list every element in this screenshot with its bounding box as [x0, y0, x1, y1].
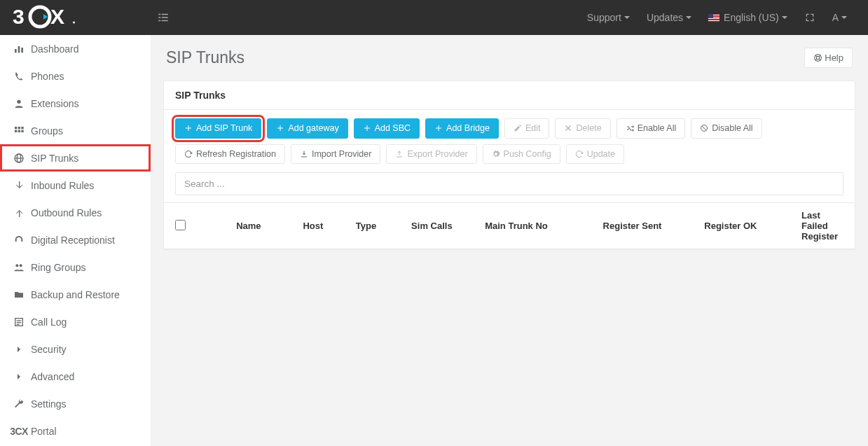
svg-rect-9	[158, 20, 160, 22]
sidebar-item-portal[interactable]: 3CXPortal	[0, 417, 151, 445]
chevron-right-icon	[7, 344, 31, 355]
sidebar-item-label: Outbound Rules	[31, 207, 102, 218]
wrench-icon	[7, 398, 31, 410]
arrow-down-icon	[7, 180, 31, 191]
col-type[interactable]: Type	[350, 221, 406, 231]
select-all-cell	[175, 220, 230, 232]
button-label: Refresh Registration	[196, 150, 276, 159]
svg-rect-20	[21, 130, 23, 132]
sidebar-item-dashboard[interactable]: Dashboard	[0, 35, 151, 62]
search-input[interactable]	[175, 172, 843, 195]
sidebar-item-label: Ring Groups	[31, 262, 86, 273]
svg-line-33	[819, 59, 820, 60]
col-main-trunk-no[interactable]: Main Trunk No	[479, 221, 597, 231]
button-label: Disable All	[712, 124, 752, 133]
gear-icon	[492, 150, 500, 158]
refresh-registration-button[interactable]: Refresh Registration	[175, 144, 285, 165]
help-button[interactable]: Help	[804, 48, 853, 68]
svg-rect-10	[162, 20, 168, 22]
col-sim-calls[interactable]: Sim Calls	[406, 221, 479, 231]
add-sbc-button[interactable]: Add SBC	[354, 118, 420, 139]
col-name[interactable]: Name	[230, 221, 297, 231]
add-gateway-button[interactable]: Add gateway	[267, 118, 347, 139]
sidebar-item-groups[interactable]: Groups	[0, 117, 151, 144]
col-register-sent[interactable]: Register Sent	[598, 221, 699, 231]
toggle-sidebar-button[interactable]	[153, 0, 174, 35]
search-row	[164, 172, 855, 202]
sidebar-item-digital-receptionist[interactable]: Digital Receptionist	[0, 226, 151, 253]
sidebar-item-extensions[interactable]: Extensions	[0, 90, 151, 117]
button-label: Add Bridge	[446, 124, 490, 133]
plus-icon	[363, 124, 371, 132]
edit-button[interactable]: Edit	[504, 118, 550, 139]
svg-line-37	[702, 126, 706, 130]
caret-down-icon	[686, 16, 691, 19]
button-label: Add SIP Trunk	[196, 124, 252, 133]
shuffle-icon	[626, 124, 634, 132]
sidebar-item-label: Portal	[31, 426, 57, 437]
svg-point-14	[17, 99, 20, 103]
update-button[interactable]: Update	[566, 144, 624, 165]
svg-rect-8	[162, 17, 168, 18]
sidebar-item-label: Inbound Rules	[31, 180, 94, 191]
sidebar-item-outbound-rules[interactable]: Outbound Rules	[0, 199, 151, 226]
language-label: English (US)	[724, 12, 779, 23]
language-menu[interactable]: English (US)	[700, 0, 796, 35]
list-icon	[7, 316, 31, 328]
add-sip-trunk-button[interactable]: Add SIP Trunk	[175, 118, 261, 139]
caret-down-icon	[782, 16, 787, 19]
select-all-checkbox[interactable]	[175, 220, 186, 230]
logo: 3 X	[13, 4, 153, 32]
sidebar-item-sip-trunks[interactable]: SIP Trunks	[0, 144, 151, 172]
pencil-icon	[514, 124, 522, 132]
page-title: SIP Trunks	[166, 48, 244, 67]
sidebar-item-phones[interactable]: Phones	[0, 62, 151, 90]
arrow-up-icon	[7, 207, 31, 218]
col-last-failed-register[interactable]: Last Failed Register	[796, 210, 843, 242]
sidebar-item-label: Dashboard	[31, 43, 79, 55]
sidebar-item-call-log[interactable]: Call Log	[0, 308, 151, 335]
button-label: Push Config	[504, 150, 551, 159]
disable-all-button[interactable]: Disable All	[691, 118, 762, 139]
support-label: Support	[587, 12, 621, 23]
sidebar: Dashboard Phones Extensions Groups SIP T…	[0, 35, 151, 446]
table-header: Name Host Type Sim Calls Main Trunk No R…	[164, 203, 855, 249]
chevron-right-icon	[7, 371, 31, 382]
svg-point-24	[15, 264, 18, 267]
grid-icon	[7, 125, 31, 137]
import-provider-button[interactable]: Import Provider	[291, 144, 380, 165]
user-menu[interactable]: A	[824, 0, 855, 35]
sidebar-item-inbound-rules[interactable]: Inbound Rules	[0, 172, 151, 199]
sidebar-item-security[interactable]: Security	[0, 335, 151, 363]
updates-label: Updates	[647, 12, 683, 23]
page-header: SIP Trunks Help	[151, 35, 868, 81]
sidebar-item-label: Security	[31, 344, 67, 355]
sip-trunks-panel: SIP Trunks Add SIP Trunk Add gateway Add…	[163, 81, 855, 250]
fullscreen-button[interactable]	[796, 0, 824, 35]
delete-button[interactable]: Delete	[555, 118, 610, 139]
enable-all-button[interactable]: Enable All	[616, 118, 686, 139]
sidebar-item-ring-groups[interactable]: Ring Groups	[0, 253, 151, 281]
download-icon	[300, 150, 308, 158]
phone-icon	[7, 71, 31, 82]
export-provider-button[interactable]: Export Provider	[386, 144, 476, 165]
button-label: Export Provider	[407, 150, 467, 159]
sidebar-item-backup-restore[interactable]: Backup and Restore	[0, 281, 151, 308]
button-label: Import Provider	[312, 150, 371, 159]
sidebar-item-label: Settings	[31, 398, 67, 410]
add-bridge-button[interactable]: Add Bridge	[425, 118, 499, 139]
button-label: Enable All	[638, 124, 677, 133]
sidebar-item-settings[interactable]: Settings	[0, 390, 151, 417]
sidebar-item-advanced[interactable]: Advanced	[0, 363, 151, 390]
help-label: Help	[825, 53, 843, 63]
updates-menu[interactable]: Updates	[638, 0, 700, 35]
support-menu[interactable]: Support	[579, 0, 638, 35]
refresh-icon	[575, 150, 584, 158]
svg-rect-5	[158, 14, 160, 15]
x-icon	[564, 124, 572, 132]
svg-rect-7	[158, 17, 160, 18]
col-host[interactable]: Host	[297, 221, 350, 231]
svg-rect-13	[21, 48, 23, 53]
col-register-ok[interactable]: Register OK	[698, 221, 796, 231]
push-config-button[interactable]: Push Config	[483, 144, 560, 165]
